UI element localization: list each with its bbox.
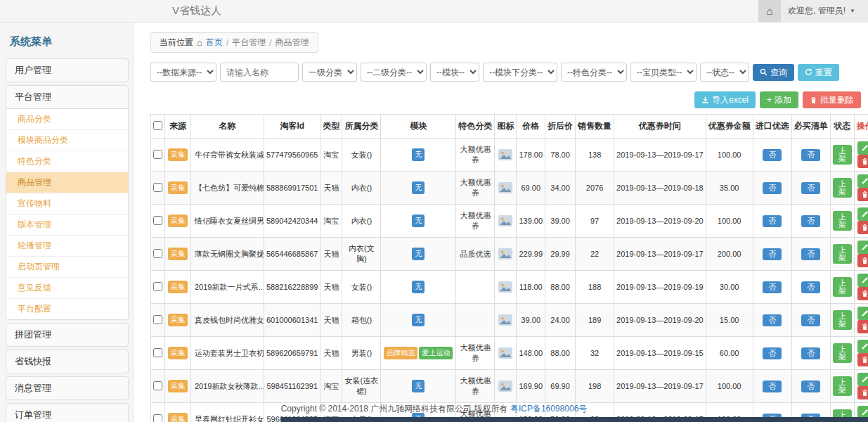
filter-select[interactable]: --数据来源-- [150, 63, 216, 82]
edit-button[interactable] [857, 274, 868, 287]
sidebar-item[interactable]: 拼团管理 [6, 324, 128, 346]
edit-button[interactable] [857, 174, 868, 188]
delete-button[interactable] [857, 320, 868, 333]
product-category: 男装() [342, 337, 381, 370]
reset-button-label: 重置 [815, 68, 832, 77]
user-menu[interactable]: 欢迎您, 管理员! ▼ [781, 0, 868, 22]
op-cell [854, 205, 868, 238]
status-toggle[interactable]: 上架 [833, 211, 852, 231]
icp-link[interactable]: 粤ICP备16098006号 [510, 404, 587, 414]
import-select-toggle[interactable]: 否 [763, 149, 782, 161]
edit-button[interactable] [857, 141, 868, 155]
sidebar-subitem[interactable]: 启动页管理 [6, 257, 128, 278]
edit-button[interactable] [857, 307, 868, 320]
sales-count: 138 [576, 139, 614, 172]
copyright-text: Copyright © 2014-2018 广州九驰网络科技有限公司 版权所有 [281, 404, 508, 414]
delete-button[interactable] [857, 287, 868, 300]
import-select-toggle[interactable]: 否 [763, 215, 782, 227]
status-toggle[interactable]: 上架 [833, 244, 852, 264]
status-toggle[interactable]: 上架 [833, 145, 852, 165]
must-buy-toggle[interactable]: 否 [801, 248, 820, 260]
edit-button[interactable] [857, 207, 868, 221]
add-button[interactable]: + 添加 [760, 91, 798, 108]
delete-button[interactable] [857, 221, 868, 234]
sidebar-subitem[interactable]: 商品分类 [6, 109, 128, 130]
import-excel-button[interactable]: 导入excel [694, 91, 756, 108]
sidebar-subitem[interactable]: 特色分类 [6, 151, 128, 172]
product-name: 情侣睡衣女夏丝绸男士... [191, 205, 264, 238]
filter-select[interactable]: --宝贝类型-- [630, 63, 697, 82]
import-select-toggle[interactable]: 否 [763, 314, 782, 326]
row-checkbox[interactable] [153, 348, 162, 357]
feature-category: 大额优惠券 [456, 205, 495, 238]
sidebar-subitem[interactable]: 版本管理 [6, 215, 128, 236]
edit-button[interactable] [857, 241, 868, 254]
op-cell [854, 238, 868, 271]
must-buy-toggle[interactable]: 否 [801, 381, 820, 392]
reset-button[interactable]: 重置 [798, 64, 839, 81]
name-search-input[interactable] [220, 63, 299, 82]
must-buy-toggle[interactable]: 否 [801, 182, 820, 194]
row-checkbox[interactable] [153, 150, 162, 159]
status-toggle[interactable]: 上架 [833, 178, 852, 198]
import-select-toggle[interactable]: 否 [763, 281, 782, 293]
sidebar-subitem[interactable]: 平台配置 [6, 299, 128, 319]
must-buy-toggle[interactable]: 否 [801, 215, 820, 227]
status-toggle[interactable]: 上架 [833, 277, 852, 297]
must-buy-toggle[interactable]: 否 [801, 347, 820, 359]
import-select-toggle[interactable]: 否 [763, 182, 782, 194]
sidebar-subitem[interactable]: 意见反馈 [6, 278, 128, 299]
sidebar-item[interactable]: 消息管理 [6, 377, 128, 399]
filter-select[interactable]: --二级分类-- [361, 63, 427, 82]
row-checkbox[interactable] [153, 315, 162, 324]
price: 178.00 [517, 139, 545, 172]
must-buy-cell: 否 [791, 271, 830, 304]
module-cell: 无 [381, 172, 456, 205]
import-select-toggle[interactable]: 否 [763, 347, 782, 359]
delete-button[interactable] [857, 155, 868, 168]
filter-select[interactable]: --模块下分类-- [483, 63, 557, 82]
sidebar-subitem[interactable]: 轮播管理 [6, 236, 128, 257]
sidebar-item[interactable]: 省钱快报 [6, 350, 128, 373]
select-all-checkbox[interactable] [153, 121, 162, 130]
must-buy-toggle[interactable]: 否 [801, 149, 820, 161]
product-type: 天猫 [320, 172, 342, 205]
status-toggle[interactable]: 上架 [833, 343, 852, 363]
filter-select[interactable]: --状态-- [700, 63, 749, 82]
sidebar-item[interactable]: 用户管理 [6, 59, 128, 82]
search-button[interactable]: 查询 [753, 64, 794, 81]
delete-button[interactable] [857, 386, 868, 399]
module-badge: 无 [412, 215, 425, 227]
delete-button[interactable] [857, 188, 868, 201]
breadcrumb-home-link[interactable]: 首页 [206, 37, 223, 49]
batch-delete-button[interactable]: 批量删除 [803, 91, 861, 108]
filter-select[interactable]: --特色分类-- [561, 63, 627, 82]
edit-button[interactable] [857, 373, 868, 386]
sidebar-item[interactable]: 平台管理 [6, 86, 128, 108]
import-select-toggle[interactable]: 否 [763, 248, 782, 260]
row-checkbox[interactable] [153, 282, 162, 291]
op-cell [854, 139, 868, 172]
filter-select[interactable]: --模块-- [430, 63, 479, 82]
sidebar-subitem[interactable]: 模块商品分类 [6, 130, 128, 151]
home-button[interactable]: ⌂ [758, 0, 781, 22]
status-cell: 上架 [830, 304, 854, 337]
row-checkbox[interactable] [153, 183, 162, 192]
filter-select[interactable]: 一级分类 [302, 63, 357, 82]
icon-cell [495, 205, 517, 238]
delete-button[interactable] [857, 353, 868, 366]
module-badge: 无 [412, 281, 425, 293]
must-buy-toggle[interactable]: 否 [801, 314, 820, 326]
status-toggle[interactable]: 上架 [833, 376, 852, 396]
row-checkbox[interactable] [153, 249, 162, 258]
status-toggle[interactable]: 上架 [833, 310, 852, 330]
row-checkbox[interactable] [153, 216, 162, 225]
row-checkbox[interactable] [153, 381, 162, 390]
delete-button[interactable] [857, 254, 868, 267]
edit-button[interactable] [857, 340, 868, 353]
must-buy-toggle[interactable]: 否 [801, 281, 820, 293]
sidebar-subitem[interactable]: 宣传物料 [6, 193, 128, 215]
import-select-toggle[interactable]: 否 [763, 381, 782, 392]
sidebar-subitem[interactable]: 商品管理 [6, 172, 128, 193]
row-checkbox[interactable] [153, 414, 162, 422]
